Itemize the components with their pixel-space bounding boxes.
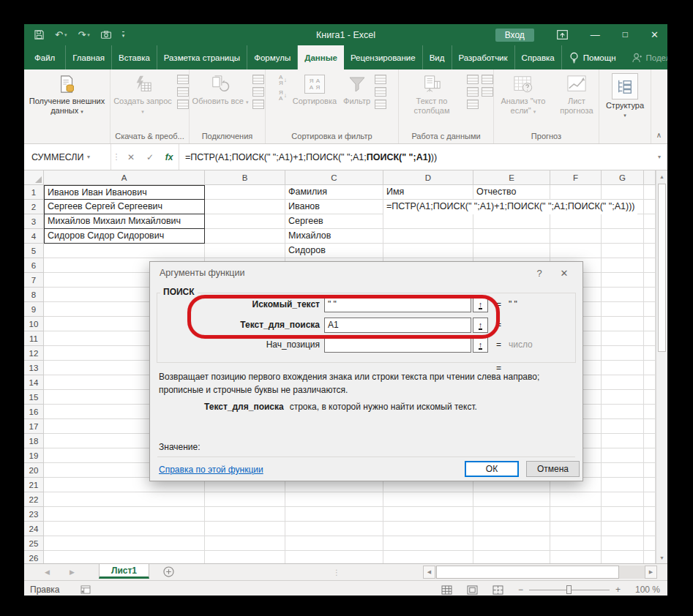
cell-D2[interactable]: =ПСТР(A1;ПОИСК(" ";A1)+1;ПОИСК(" ";A1;ПО… [383,200,637,214]
page-break-view-button[interactable] [492,585,503,595]
column-header-E[interactable]: E [473,170,550,185]
undo-icon[interactable]: ↶▾ [55,30,67,40]
cell-D23[interactable] [383,507,473,522]
cell-partial-11[interactable] [644,331,656,346]
cell-partial-14[interactable] [644,375,656,390]
scroll-up-icon[interactable]: ▲ [656,170,667,182]
scroll-right-icon[interactable]: ▶ [645,566,657,579]
row-header-13[interactable]: 13 [24,361,44,375]
cell-partial-12[interactable] [644,346,656,361]
prev-sheet-icon[interactable]: ◀ [45,564,50,580]
cell-F5[interactable] [550,244,602,258]
collapse-dialog-button-Искомый_текст[interactable]: ↑ [473,297,488,312]
cell-G1[interactable] [602,185,644,200]
row-header-23[interactable]: 23 [24,507,44,522]
tab-help[interactable]: Справка [515,45,562,70]
collapse-ribbon-button[interactable]: ∧ [656,131,662,139]
cell-B24[interactable] [205,522,285,536]
macro-record-icon[interactable] [80,585,91,594]
cell-D4[interactable] [383,229,473,244]
cell-F23[interactable] [550,507,602,522]
cell-partial-18[interactable] [644,434,656,448]
row-header-7[interactable]: 7 [24,273,44,288]
row-header-15[interactable]: 15 [24,390,44,405]
dialog-close-icon[interactable]: ✕ [552,263,577,282]
cell-G11[interactable] [602,331,644,346]
normal-view-button[interactable] [441,585,452,595]
cell-F24[interactable] [550,522,602,536]
cell-A4[interactable]: Сидоров Сидор Сидорович [44,229,205,244]
cell-A3[interactable]: Михайлов Михаил Михайлович [44,214,205,229]
cell-F26[interactable] [550,551,602,563]
cell-G12[interactable] [602,346,644,361]
cell-G14[interactable] [602,375,644,390]
cell-G6[interactable] [602,258,644,273]
arg-input-Нач_позиция[interactable] [324,337,471,353]
cell-partial-4[interactable] [644,229,656,244]
maximize-button[interactable]: □ [623,30,628,40]
cell-C23[interactable] [285,507,383,522]
select-all-corner[interactable] [24,170,44,185]
cell-A26[interactable] [44,551,205,563]
cell-partial-3[interactable] [644,214,656,229]
camera-icon[interactable] [101,31,111,39]
zoom-out-icon[interactable]: − [518,585,523,595]
get-external-data-button[interactable]: Получение внешних данных ▾ [24,72,110,118]
cell-C26[interactable] [285,551,383,563]
dialog-help-icon[interactable]: ? [527,263,552,282]
cell-C5[interactable]: Сидоров [285,244,383,258]
cell-B3[interactable] [205,214,285,229]
scroll-left-icon[interactable]: ◀ [423,566,435,579]
cell-partial-9[interactable] [644,302,656,317]
cell-partial-7[interactable] [644,273,656,288]
cell-G9[interactable] [602,302,644,317]
column-header-D[interactable]: D [383,170,473,185]
cell-B4[interactable] [205,229,285,244]
zoom-slider-thumb[interactable] [566,585,572,594]
tab-file[interactable]: Файл [24,45,66,70]
column-header-B[interactable]: B [205,170,285,185]
scroll-down-icon[interactable]: ▼ [656,552,667,563]
customize-qat-icon[interactable]: ▾ [122,31,125,39]
row-header-8[interactable]: 8 [24,288,44,302]
cell-A2[interactable]: Сергеев Сергей Сергеевич [44,200,205,214]
cell-C24[interactable] [285,522,383,536]
next-sheet-icon[interactable]: ▶ [70,564,75,580]
formula-input[interactable]: =ПСТР(A1;ПОИСК(" ";A1)+1;ПОИСК(" ";A1;ПО… [179,144,651,170]
column-header-partial[interactable] [644,170,656,185]
cell-D3[interactable] [383,214,473,229]
cell-partial-5[interactable] [644,244,656,258]
column-header-C[interactable]: C [285,170,383,185]
sign-in-button[interactable]: Вход [495,29,534,42]
cell-B1[interactable] [205,185,285,200]
tab-page-layout[interactable]: Разметка страницы [157,45,247,70]
cell-G23[interactable] [602,507,644,522]
cancel-entry-button[interactable]: ✕ [121,144,141,170]
cell-G7[interactable] [602,273,644,288]
cell-A23[interactable] [44,507,205,522]
row-header-21[interactable]: 21 [24,478,44,492]
cell-E23[interactable] [473,507,550,522]
row-header-9[interactable]: 9 [24,302,44,317]
column-header-A[interactable]: A [44,170,205,185]
tab-review[interactable]: Рецензирование [344,45,423,70]
cell-A1[interactable]: Иванов Иван Иванович [44,185,205,200]
dialog-title-bar[interactable]: Аргументы функции ? ✕ [150,262,583,284]
cell-partial-1[interactable] [644,185,656,200]
cell-G20[interactable] [602,463,644,478]
cell-G26[interactable] [602,551,644,563]
insert-function-button[interactable]: fx [160,144,179,170]
zoom-slider[interactable]: − + [518,585,621,595]
row-header-6[interactable]: 6 [24,258,44,273]
row-header-26[interactable]: 26 [24,551,44,563]
cell-partial-15[interactable] [644,390,656,405]
formula-bar-expand-icon[interactable]: ▾ [651,144,667,170]
cell-G21[interactable] [602,478,644,492]
row-header-24[interactable]: 24 [24,522,44,536]
cancel-button[interactable]: Отмена [526,461,580,477]
row-header-1[interactable]: 1 [24,185,44,200]
horizontal-scrollbar-thumb[interactable] [436,566,619,579]
collapse-dialog-button-Текст_для_поиска[interactable]: ↑ [473,318,488,333]
cell-partial-25[interactable] [644,536,656,551]
cell-G4[interactable] [602,229,644,244]
